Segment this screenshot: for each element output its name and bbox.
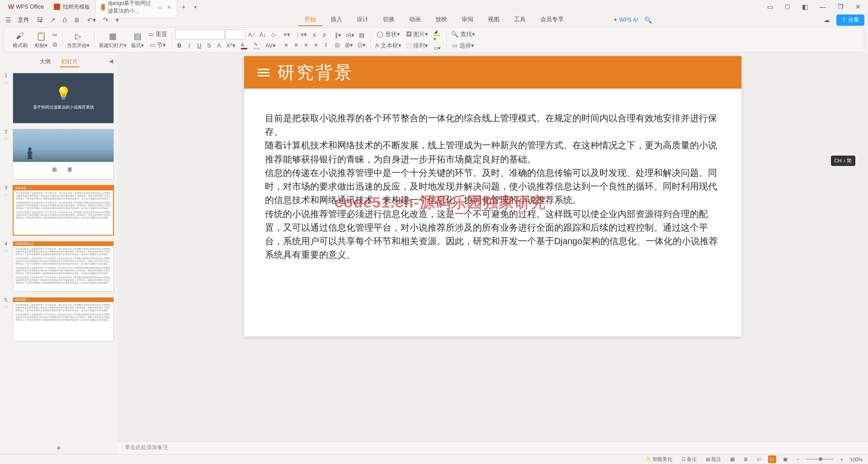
image-button[interactable]: 🖼 图片▾ — [404, 29, 430, 39]
outline-icon[interactable]: ▭▾ — [431, 44, 443, 52]
layout-icon[interactable]: ▭ — [764, 2, 777, 11]
align-center-icon[interactable]: ≡ — [292, 41, 301, 49]
maximize-icon[interactable]: ❐ — [834, 2, 847, 11]
wps-ai-button[interactable]: ✦ WPS AI — [613, 17, 638, 23]
thumb-slide-2[interactable]: 摘 要 — [13, 129, 114, 180]
template-tab[interactable]: 找稻壳模板 — [48, 1, 96, 13]
increase-indent-icon[interactable]: ≥ — [320, 30, 329, 39]
char-spacing-icon[interactable]: AV▾ — [264, 41, 278, 50]
close-icon[interactable]: ✕ — [852, 2, 864, 11]
line-space-icon[interactable]: ‖▾ — [333, 31, 343, 39]
zoom-label[interactable]: 100% — [850, 457, 863, 462]
textbox-button[interactable]: A 文本框▾ — [373, 41, 403, 51]
tab-start[interactable]: 开始 — [298, 14, 322, 26]
tab-outline[interactable]: 大纲 — [38, 57, 52, 67]
badge-icon[interactable]: ◧ — [798, 2, 811, 11]
add-slide-button[interactable]: + — [0, 441, 118, 455]
columns-icon[interactable]: ⊞▾ — [343, 41, 355, 49]
view-sorter-icon[interactable]: ⊞ — [741, 455, 750, 463]
tab-transition[interactable]: 切换 — [377, 14, 401, 26]
comment-button[interactable]: ▤ 批注 — [703, 455, 723, 463]
shape-button[interactable]: ◯ 形状▾ — [373, 29, 403, 39]
font-color-icon[interactable]: A — [238, 41, 250, 50]
document-tab[interactable]: django基于协同过滤算法的小... ▭ ✕ — [96, 0, 177, 17]
smart-beautify-button[interactable]: ✨智能美化 — [643, 455, 675, 463]
thumb-slide-5[interactable]: 研究内容 目前是把获取小说推荐的各个环节整合的一体化的综合线上管理模式在规定的时… — [13, 297, 114, 341]
star-icon[interactable]: ☆ — [4, 248, 8, 253]
font-family-select[interactable] — [175, 29, 225, 39]
text-effect-icon[interactable]: A — [215, 41, 224, 50]
clear-format-icon[interactable]: ◇ — [269, 30, 278, 39]
bold-icon[interactable]: B — [175, 41, 184, 50]
collapse-panel-icon[interactable]: ◀ — [109, 58, 113, 64]
tab-view[interactable]: 视图 — [481, 14, 506, 26]
bullets-icon[interactable]: ≡▾ — [282, 30, 292, 39]
decrease-indent-icon[interactable]: ≤ — [310, 30, 319, 39]
undo-icon[interactable]: ↶▾ — [85, 15, 99, 24]
view-normal-icon[interactable]: ▦ — [728, 455, 737, 463]
notes-button[interactable]: ☷ 备注 — [679, 455, 699, 463]
decrease-font-icon[interactable]: A↓ — [258, 30, 268, 39]
copy-icon[interactable]: ⧉ — [50, 40, 59, 49]
star-icon[interactable]: ☆ — [4, 136, 8, 141]
package-icon[interactable]: ⬡ — [781, 2, 794, 11]
fit-icon[interactable]: ▣ — [781, 455, 790, 463]
add-tab-button[interactable]: + — [177, 1, 190, 12]
tab-tools[interactable]: 工具 — [508, 14, 532, 26]
home-tab[interactable]: W WPS Office — [4, 1, 48, 12]
zoom-in-icon[interactable]: + — [838, 456, 845, 463]
star-icon[interactable]: ☆ — [4, 80, 8, 85]
tab-slideshow[interactable]: 放映 — [429, 14, 453, 26]
slide-canvas[interactable]: 研究背景 code51.cn-源码乐园独家研究 目前是把获取小说推荐的各个环节整… — [244, 56, 741, 336]
tab-member[interactable]: 会员专享 — [534, 14, 570, 26]
select-button[interactable]: ▭ 选择▾ — [449, 41, 477, 51]
thumb-item-3[interactable]: 3☆ 研究背景 目前是把获取小说推荐的各个环节整合的一体化的综合线上管理模式在规… — [0, 183, 118, 239]
paste-group[interactable]: 📋 粘贴▾ — [33, 29, 49, 50]
numbering-icon[interactable]: ⋮≡▾ — [293, 30, 309, 39]
convert-icon[interactable]: ▧ — [357, 31, 366, 39]
notes-area[interactable]: 单击此处添加备注 — [118, 441, 868, 455]
tab-close-icon[interactable]: ✕ — [167, 4, 171, 10]
align-right-icon[interactable]: ≡ — [302, 41, 311, 49]
fill-color-icon[interactable]: ◢▾ — [431, 28, 443, 43]
zoom-slider[interactable] — [806, 459, 833, 460]
star-icon[interactable]: ☆ — [4, 304, 8, 309]
file-menu[interactable]: 文件 — [15, 15, 32, 25]
valign-icon[interactable]: ⊟ — [333, 41, 342, 49]
minimize-icon[interactable]: — — [816, 2, 830, 11]
tab-insert[interactable]: 插入 — [324, 14, 349, 26]
tab-animation[interactable]: 动画 — [403, 14, 427, 26]
find-button[interactable]: 🔍 查找▾ — [449, 29, 477, 39]
thumb-slide-4[interactable]: 承接研究的意义 目前是把获取小说推荐的各个环节整合的一体化的综合线上管理模式在规… — [13, 241, 114, 292]
align-left-icon[interactable]: ≡ — [282, 41, 291, 49]
section-button[interactable]: ▭ 节▾ — [146, 40, 169, 50]
underline-icon[interactable]: U — [195, 41, 204, 50]
save-icon[interactable]: 🖫 — [34, 15, 46, 24]
layout-group[interactable]: ▤ 版式▾ — [129, 29, 146, 50]
align-justify-icon[interactable]: ≡ — [311, 41, 321, 49]
superscript-icon[interactable]: X²▾ — [225, 41, 237, 50]
thumb-item-5[interactable]: 5☆ 研究内容 目前是把获取小说推荐的各个环节整合的一体化的综合线上管理模式在规… — [0, 295, 118, 345]
new-slide-group[interactable]: ▦ 新建幻灯片▾ — [97, 29, 128, 50]
highlight-icon[interactable]: ✎ — [251, 41, 263, 50]
text-dir-icon[interactable]: IA▾ — [344, 31, 356, 39]
ime-badge[interactable]: CH ♪ 简 — [831, 156, 856, 166]
print-icon[interactable]: ⎙ — [60, 15, 69, 24]
thumb-item-2[interactable]: 2☆ 摘 要 — [0, 127, 118, 183]
view-slideshow-icon[interactable]: ▷ — [768, 455, 776, 463]
preview-icon[interactable]: 🗎 — [71, 15, 83, 24]
cloud-icon[interactable]: ☁ — [821, 15, 833, 24]
autofit-icon[interactable]: ⊡▾ — [356, 41, 368, 49]
thumb-item-1[interactable]: 1☆ 💡 基于协同过滤算法的小说推荐系统 — [0, 71, 118, 127]
search-icon[interactable]: 🔍 — [642, 15, 655, 24]
tab-design[interactable]: 设计 — [350, 14, 375, 26]
distribute-icon[interactable]: ⫴ — [321, 40, 330, 49]
thumb-slide-1[interactable]: 💡 基于协同过滤算法的小说推荐系统 — [13, 73, 114, 123]
cut-icon[interactable]: ✂ — [50, 31, 59, 39]
export-icon[interactable]: ↗ — [47, 15, 58, 24]
increase-font-icon[interactable]: A↑ — [246, 30, 257, 39]
strike-icon[interactable]: S — [205, 41, 214, 50]
start-from-current[interactable]: ▷ 当页开始▾ — [65, 29, 91, 50]
thumb-item-4[interactable]: 4☆ 承接研究的意义 目前是把获取小说推荐的各个环节整合的一体化的综合线上管理模… — [0, 239, 118, 295]
tab-dropdown-icon[interactable]: ▾ — [190, 3, 201, 11]
